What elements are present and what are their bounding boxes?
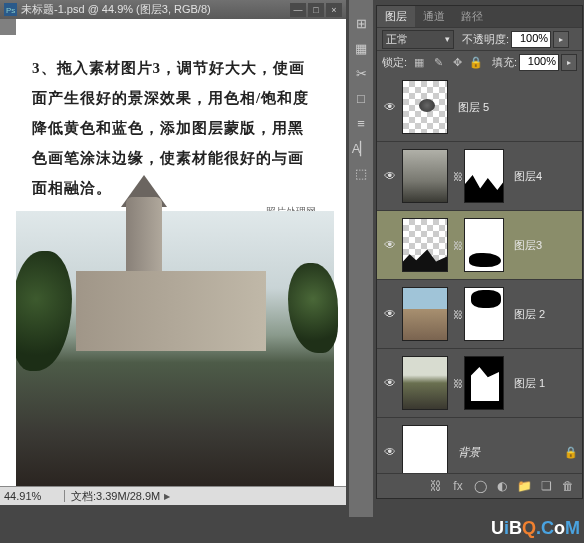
opacity-input[interactable]: 100%	[511, 31, 551, 48]
layer-row[interactable]: 👁 ⛓ 图层 2	[377, 280, 582, 349]
close-button[interactable]: ×	[326, 3, 342, 17]
doc-size: 文档:3.39M/28.9M	[65, 489, 160, 504]
new-layer-icon[interactable]: ❏	[537, 477, 555, 495]
layer-thumbnail[interactable]	[402, 356, 448, 410]
folder-icon[interactable]: 📁	[515, 477, 533, 495]
layer-row[interactable]: 👁 ⛓ 图层 1	[377, 349, 582, 418]
link-layers-icon[interactable]: ⛓	[427, 477, 445, 495]
tool-crop[interactable]: ✂	[350, 62, 372, 84]
svg-text:Ps: Ps	[6, 6, 15, 15]
layer-name[interactable]: 图层 2	[514, 307, 545, 322]
window-controls: — □ ×	[290, 3, 342, 17]
layers-list[interactable]: 👁 图层 5 👁 ⛓ 图层4 👁 ⛓ 图层3 👁 ⛓ 图层 2 👁	[377, 73, 582, 473]
layer-name[interactable]: 图层3	[514, 238, 542, 253]
canvas-area[interactable]: 3、拖入素材图片3，调节好大大，使画面产生很好的景深效果，用色相/饱和度降低黄色…	[16, 35, 346, 487]
lock-position-icon[interactable]: ✥	[449, 54, 465, 70]
lock-icon: 🔒	[564, 446, 578, 459]
panel-bottom: ⛓ fx ◯ ◐ 📁 ❏ 🗑	[377, 473, 582, 498]
tool-type[interactable]: A▏	[350, 137, 372, 159]
layer-thumbnail[interactable]	[402, 218, 448, 272]
instruction-text: 3、拖入素材图片3，调节好大大，使画面产生很好的景深效果，用色相/饱和度降低黄色…	[16, 35, 334, 211]
fill-label: 填充:	[492, 55, 517, 70]
layer-thumbnail[interactable]	[402, 80, 448, 134]
link-icon[interactable]: ⛓	[452, 378, 464, 389]
minimize-button[interactable]: —	[290, 3, 306, 17]
trash-icon[interactable]: 🗑	[559, 477, 577, 495]
lock-all-icon[interactable]: 🔒	[468, 54, 484, 70]
tab-channels[interactable]: 通道	[415, 6, 453, 27]
lock-row: 锁定: ▦ ✎ ✥ 🔒 填充: 100% ▸	[377, 50, 582, 73]
visibility-eye-icon[interactable]: 👁	[381, 167, 399, 185]
chevron-right-icon[interactable]: ▶	[164, 492, 170, 501]
visibility-eye-icon[interactable]: 👁	[381, 305, 399, 323]
visibility-eye-icon[interactable]: 👁	[381, 374, 399, 392]
layer-row[interactable]: 👁 图层 5	[377, 73, 582, 142]
tool-brush[interactable]: ▦	[350, 37, 372, 59]
fill-arrow[interactable]: ▸	[561, 54, 577, 71]
watermark: UiBQ.CoM	[491, 518, 580, 539]
layer-thumbnail[interactable]	[402, 287, 448, 341]
link-icon[interactable]: ⛓	[452, 240, 464, 251]
document-window: Ps 未标题-1.psd @ 44.9% (图层3, RGB/8) — □ × …	[0, 0, 346, 505]
layer-mask-thumbnail[interactable]	[464, 287, 504, 341]
tool-shape[interactable]: ⬚	[350, 162, 372, 184]
layer-mask-thumbnail[interactable]	[464, 218, 504, 272]
lock-icons: ▦ ✎ ✥ 🔒	[411, 54, 484, 70]
layer-name[interactable]: 图层 5	[458, 100, 489, 115]
opacity-arrow[interactable]: ▸	[553, 31, 569, 48]
tool-align[interactable]: ≡	[350, 112, 372, 134]
layer-name[interactable]: 图层 1	[514, 376, 545, 391]
statusbar: 44.91% 文档:3.39M/28.9M ▶	[0, 486, 346, 505]
link-icon[interactable]: ⛓	[452, 171, 464, 182]
layer-name[interactable]: 背景	[458, 445, 480, 460]
layer-row[interactable]: 👁 ⛓ 图层4	[377, 142, 582, 211]
visibility-eye-icon[interactable]: 👁	[381, 443, 399, 461]
lock-transparency-icon[interactable]: ▦	[411, 54, 427, 70]
blend-row: 正常 不透明度: 100% ▸	[377, 27, 582, 50]
ruler-horizontal[interactable]	[16, 19, 346, 36]
titlebar[interactable]: Ps 未标题-1.psd @ 44.9% (图层3, RGB/8) — □ ×	[0, 0, 346, 19]
layer-row-background[interactable]: 👁 背景 🔒	[377, 418, 582, 473]
lock-label: 锁定:	[382, 55, 407, 70]
visibility-eye-icon[interactable]: 👁	[381, 236, 399, 254]
layer-mask-thumbnail[interactable]	[464, 149, 504, 203]
zoom-level[interactable]: 44.91%	[0, 490, 65, 502]
lock-pixels-icon[interactable]: ✎	[430, 54, 446, 70]
layer-thumbnail[interactable]	[402, 149, 448, 203]
layer-name[interactable]: 图层4	[514, 169, 542, 184]
title-text: 未标题-1.psd @ 44.9% (图层3, RGB/8)	[21, 2, 211, 17]
opacity-label: 不透明度:	[462, 32, 509, 47]
tab-layers[interactable]: 图层	[377, 6, 415, 27]
layer-mask-thumbnail[interactable]	[464, 356, 504, 410]
fill-input[interactable]: 100%	[519, 54, 559, 71]
layer-row[interactable]: 👁 ⛓ 图层3	[377, 211, 582, 280]
panel-tabs: 图层 通道 路径	[377, 6, 582, 27]
tool-strip: ⊞ ▦ ✂ □ ≡ A▏ ⬚	[349, 0, 373, 517]
canvas: 3、拖入素材图片3，调节好大大，使画面产生很好的景深效果，用色相/饱和度降低黄色…	[16, 35, 334, 487]
app-icon: Ps	[4, 3, 17, 16]
visibility-eye-icon[interactable]: 👁	[381, 98, 399, 116]
link-icon[interactable]: ⛓	[452, 309, 464, 320]
fx-icon[interactable]: fx	[449, 477, 467, 495]
mask-icon[interactable]: ◯	[471, 477, 489, 495]
layers-panel: 图层 通道 路径 正常 不透明度: 100% ▸ 锁定: ▦ ✎ ✥ 🔒 填充:…	[376, 5, 583, 499]
tool-arrange[interactable]: ⊞	[350, 12, 372, 34]
composite-image: 飛絮	[16, 211, 334, 487]
tool-slice[interactable]: □	[350, 87, 372, 109]
blend-mode-dropdown[interactable]: 正常	[382, 30, 454, 49]
ruler-vertical[interactable]	[0, 35, 17, 487]
tab-paths[interactable]: 路径	[453, 6, 491, 27]
adjustment-icon[interactable]: ◐	[493, 477, 511, 495]
layer-thumbnail[interactable]	[402, 425, 448, 473]
maximize-button[interactable]: □	[308, 3, 324, 17]
